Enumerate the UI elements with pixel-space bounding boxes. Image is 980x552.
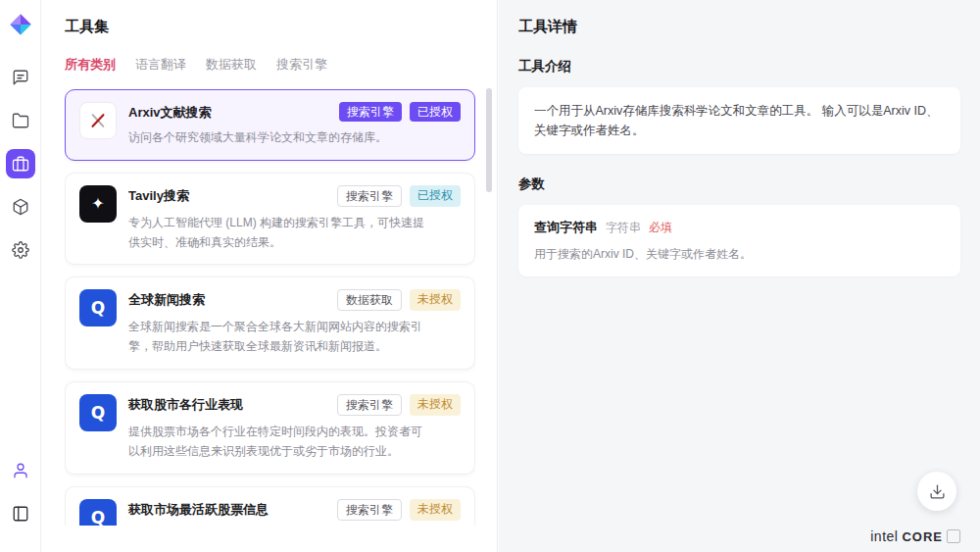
user-icon <box>12 462 29 479</box>
gear-icon <box>12 241 29 259</box>
param-card: 查询字符串 字符串 必填 用于搜索的Arxiv ID、关键字或作者姓名。 <box>518 205 960 276</box>
detail-title: 工具详情 <box>518 18 960 36</box>
category-badge: 数据获取 <box>337 289 402 311</box>
param-type: 字符串 <box>606 220 641 236</box>
core-logo-text: CORE <box>902 529 943 544</box>
auth-badge: 已授权 <box>410 185 461 207</box>
panel-layout-icon <box>12 505 29 523</box>
briefcase-icon <box>12 155 29 173</box>
tool-card-tavily[interactable]: ✦ Tavily搜索 搜索引擎 已授权 专为人工智能代理 (LLM) 构建的搜索… <box>65 173 475 266</box>
tool-description: 专为人工智能代理 (LLM) 构建的搜索引擎工具，可快速提供实时、准确和真实的结… <box>128 214 424 253</box>
news-provider-icon: Q <box>79 289 117 326</box>
auth-badge: 已授权 <box>410 102 461 122</box>
sidebar-item-files[interactable] <box>6 106 35 135</box>
params-section-title: 参数 <box>518 176 960 193</box>
auth-badge: 未授权 <box>410 394 461 416</box>
category-tabs: 所有类别 语言翻译 数据获取 搜索引擎 <box>65 56 475 74</box>
tab-all-categories[interactable]: 所有类别 <box>65 56 116 74</box>
tool-list-panel: 工具集 所有类别 语言翻译 数据获取 搜索引擎 Arxiv文献搜索 搜索引擎 已… <box>41 0 498 552</box>
tool-name: 获取市场最活跃股票信息 <box>128 499 269 519</box>
chat-icon <box>12 69 29 86</box>
tool-name: Arxiv文献搜索 <box>128 102 212 122</box>
category-badge: 搜索引擎 <box>337 185 402 207</box>
intel-logo-text: intel <box>870 528 898 544</box>
intro-text: 一个用于从Arxiv存储库搜索科学论文和文章的工具。 输入可以是Arxiv ID… <box>534 101 945 140</box>
download-button[interactable] <box>917 472 956 511</box>
sidebar-item-chat[interactable] <box>6 63 35 92</box>
param-required-badge: 必填 <box>649 220 672 236</box>
download-icon <box>929 483 946 500</box>
sidebar-item-tools[interactable] <box>6 149 35 178</box>
tab-data-fetch[interactable]: 数据获取 <box>206 56 257 74</box>
tool-description: 访问各个研究领域大量科学论文和文章的存储库。 <box>128 128 424 148</box>
category-badge: 搜索引擎 <box>339 102 402 122</box>
tool-name: 全球新闻搜索 <box>128 289 205 309</box>
intro-section-title: 工具介绍 <box>518 58 960 75</box>
sidebar-item-models[interactable] <box>6 192 35 222</box>
tool-description: 提供股票市场各个行业在特定时间段内的表现。投资者可以利用这些信息来识别表现优于或… <box>128 423 424 462</box>
intel-core-badge: intel CORE <box>870 528 960 544</box>
scrollbar-thumb[interactable] <box>486 88 492 192</box>
stock-provider-icon: Q <box>79 394 117 431</box>
tool-description: 全球新闻搜索是一个聚合全球各大新闻网站内容的搜索引擎，帮助用户快速获取全球最新资… <box>128 318 424 357</box>
stock-provider-icon: Q <box>79 499 117 526</box>
sidebar <box>0 0 41 552</box>
tool-card-active-stocks[interactable]: Q 获取市场最活跃股票信息 搜索引擎 未授权 提供当天交易量最高的股票列表，投资… <box>65 486 475 526</box>
core-series-box <box>947 529 960 543</box>
auth-badge: 未授权 <box>410 499 461 521</box>
param-description: 用于搜索的Arxiv ID、关键字或作者姓名。 <box>534 246 945 263</box>
tool-list-title: 工具集 <box>65 18 475 36</box>
sidebar-item-settings[interactable] <box>6 235 35 265</box>
tool-card-sector-performance[interactable]: Q 获取股市各行业表现 搜索引擎 未授权 提供股票市场各个行业在特定时间段内的表… <box>65 381 475 475</box>
auth-badge: 未授权 <box>410 289 461 311</box>
sidebar-item-collapse[interactable] <box>6 499 35 528</box>
tool-list: Arxiv文献搜索 搜索引擎 已授权 访问各个研究领域大量科学论文和文章的存储库… <box>65 89 475 526</box>
arxiv-logo-icon <box>79 102 117 139</box>
folder-icon <box>12 112 29 129</box>
sidebar-item-account[interactable] <box>6 456 35 485</box>
intro-card: 一个用于从Arxiv存储库搜索科学论文和文章的工具。 输入可以是Arxiv ID… <box>518 87 960 154</box>
tool-detail-panel: 工具详情 工具介绍 一个用于从Arxiv存储库搜索科学论文和文章的工具。 输入可… <box>499 0 980 552</box>
category-badge: 搜索引擎 <box>337 499 402 521</box>
tab-search-engine[interactable]: 搜索引擎 <box>276 56 327 74</box>
param-name: 查询字符串 <box>534 219 598 236</box>
tavily-logo-icon: ✦ <box>79 185 117 223</box>
tool-card-global-news[interactable]: Q 全球新闻搜索 数据获取 未授权 全球新闻搜索是一个聚合全球各大新闻网站内容的… <box>65 276 475 370</box>
tool-name: Tavily搜索 <box>128 185 189 205</box>
app-logo-icon[interactable] <box>8 12 33 37</box>
category-badge: 搜索引擎 <box>337 394 402 416</box>
package-icon <box>12 198 29 216</box>
tool-card-arxiv[interactable]: Arxiv文献搜索 搜索引擎 已授权 访问各个研究领域大量科学论文和文章的存储库… <box>65 89 475 161</box>
tool-name: 获取股市各行业表现 <box>128 394 243 414</box>
tab-language-translation[interactable]: 语言翻译 <box>135 56 186 74</box>
